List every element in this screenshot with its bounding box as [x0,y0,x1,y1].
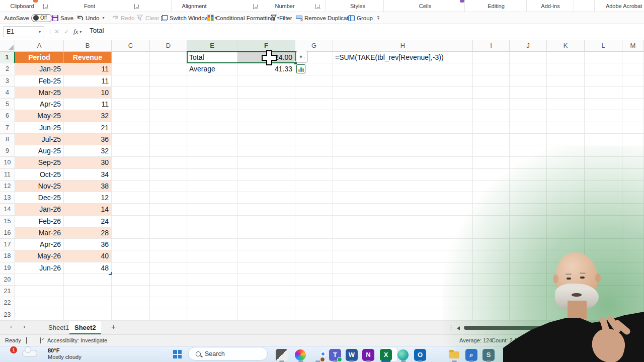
tab-sheet2[interactable]: Sheet2 [69,321,101,334]
row-header-18[interactable]: 18 [0,250,15,262]
cell-L3[interactable] [585,75,622,87]
autosave-toggle[interactable]: AutoSave Off [4,12,52,24]
cell-A5[interactable]: Apr-25 [15,99,64,110]
cell-K23[interactable] [547,309,585,321]
autosave-switch[interactable]: Off [31,14,52,22]
cell-D14[interactable] [150,204,187,215]
column-header-m[interactable]: M [622,40,644,52]
cell-D10[interactable] [150,157,187,168]
cell-I14[interactable] [473,204,510,215]
cell-D15[interactable] [150,216,187,227]
cell-M15[interactable] [622,216,644,227]
cell-L21[interactable] [585,286,622,297]
cell-H10[interactable] [333,157,473,168]
cell-G6[interactable] [295,110,333,122]
name-box[interactable]: E1 ▾ [3,26,44,37]
cell-J18[interactable] [510,250,547,262]
cell-K6[interactable] [547,110,585,122]
cell-B14[interactable]: 14 [64,204,112,215]
cell-K14[interactable] [547,204,585,215]
cell-A19[interactable]: Jun-26 [15,262,64,274]
cell-E18[interactable] [187,250,237,262]
cell-B9[interactable]: 32 [64,145,112,157]
cell-G4[interactable] [295,87,333,99]
column-header-a[interactable]: A [15,40,64,52]
cell-I7[interactable] [473,122,510,134]
cell-I6[interactable] [473,110,510,122]
snagit-icon[interactable]: S [482,349,495,361]
hidden-app-icon[interactable] [516,349,528,361]
cell-K1[interactable] [547,52,585,63]
group-button[interactable]: Group [348,12,373,24]
cell-D1[interactable] [150,52,187,63]
cell-C17[interactable] [112,239,150,250]
formula-bar-content[interactable]: Total [90,27,104,34]
cell-A15[interactable]: Feb-26 [15,216,64,227]
cell-G18[interactable] [295,250,333,262]
row-header-5[interactable]: 5 [0,99,15,110]
cell-C9[interactable] [112,145,150,157]
cell-L17[interactable] [585,239,622,250]
column-header-f[interactable]: F [237,40,295,52]
row-header-8[interactable]: 8 [0,134,15,145]
cell-A13[interactable]: Dec-25 [15,192,64,204]
cell-K17[interactable] [547,239,585,250]
cell-K2[interactable] [547,63,585,75]
cell-F2[interactable]: 41.33 [237,63,295,75]
cell-E19[interactable] [187,262,237,274]
cell-G20[interactable] [295,274,333,286]
cell-H12[interactable] [333,180,473,192]
cell-H22[interactable] [333,297,473,309]
row-header-13[interactable]: 13 [0,192,15,204]
cell-H8[interactable] [333,134,473,145]
cell-J12[interactable] [510,180,547,192]
taskbar-search[interactable]: Search [188,347,268,360]
cell-A8[interactable]: Jul-25 [15,134,64,145]
undo-button[interactable]: Undo ▾ [76,12,105,24]
column-header-h[interactable]: H [333,40,473,52]
cell-I17[interactable] [473,239,510,250]
row-header-10[interactable]: 10 [0,157,15,168]
cell-J17[interactable] [510,239,547,250]
cell-C5[interactable] [112,99,150,110]
cell-K11[interactable] [547,169,585,180]
cell-J10[interactable] [510,157,547,168]
cell-B2[interactable]: 11 [64,63,112,75]
cell-M14[interactable] [622,204,644,215]
cell-I18[interactable] [473,250,510,262]
cell-C10[interactable] [112,157,150,168]
cell-I3[interactable] [473,75,510,87]
cell-M22[interactable] [622,297,644,309]
cell-E7[interactable] [187,122,237,134]
cell-D6[interactable] [150,110,187,122]
cell-H21[interactable] [333,286,473,297]
cell-A11[interactable]: Oct-25 [15,169,64,180]
cell-H6[interactable] [333,110,473,122]
cell-B13[interactable]: 12 [64,192,112,204]
toolbar-more-button[interactable]: ▾ [377,12,379,24]
cell-L16[interactable] [585,227,622,239]
row-header-14[interactable]: 14 [0,204,15,215]
dialog-launcher-icon[interactable] [134,4,139,9]
feedback-app-icon[interactable]: ⌕ [465,349,477,361]
cell-H19[interactable] [333,262,473,274]
cell-M6[interactable] [622,110,644,122]
cell-K16[interactable] [547,227,585,239]
cell-M12[interactable] [622,180,644,192]
row-header-12[interactable]: 12 [0,180,15,192]
cell-M9[interactable] [622,145,644,157]
cell-B18[interactable]: 40 [64,250,112,262]
cell-G21[interactable] [295,286,333,297]
cell-C3[interactable] [112,75,150,87]
chrome-work-icon[interactable] [500,349,512,361]
cell-E20[interactable] [187,274,237,286]
start-button[interactable] [173,350,182,358]
cell-A22[interactable] [15,297,64,309]
column-header-c[interactable]: C [112,40,150,52]
cell-J2[interactable] [510,63,547,75]
cell-M13[interactable] [622,192,644,204]
cell-L19[interactable] [585,262,622,274]
cell-K15[interactable] [547,216,585,227]
cell-I15[interactable] [473,216,510,227]
cell-D16[interactable] [150,227,187,239]
